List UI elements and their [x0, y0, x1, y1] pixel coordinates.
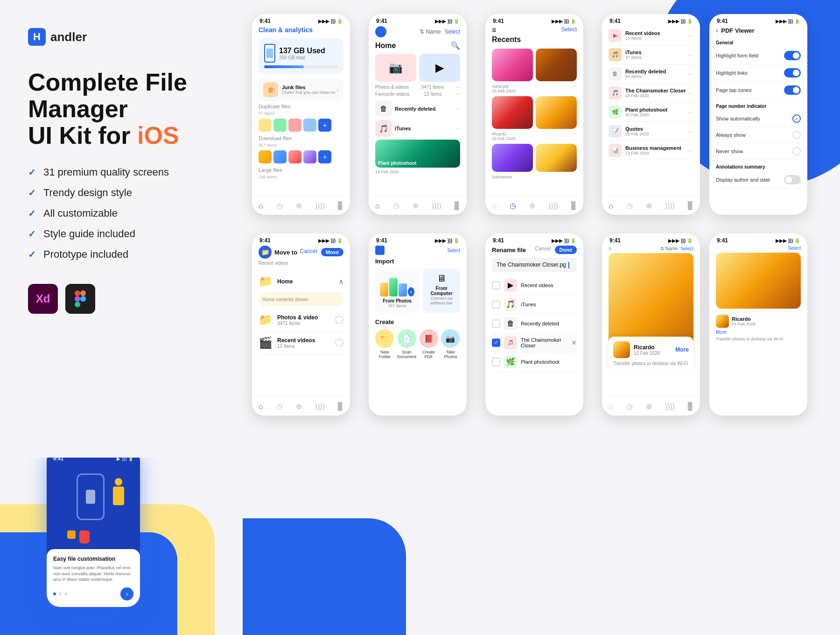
rename-item-3[interactable]: 🗑 Recently deleted: [492, 314, 577, 333]
rec-nav-plus[interactable]: ⊕: [529, 201, 535, 210]
show-auto-row[interactable]: Show automatically: [716, 111, 801, 127]
small-select[interactable]: Select: [788, 246, 801, 251]
recents-select[interactable]: Select: [561, 26, 577, 35]
import-select[interactable]: Select: [447, 248, 460, 253]
rec-nav-home[interactable]: ⌂: [492, 202, 497, 210]
deleted-dots[interactable]: ···: [455, 106, 460, 112]
never-show-row[interactable]: Never show: [716, 143, 801, 160]
nav-clock[interactable]: ◷: [276, 201, 283, 210]
create-pdf-card[interactable]: 📕 Create PDF: [419, 329, 438, 359]
pdf-back[interactable]: ‹: [716, 26, 718, 35]
list-plant[interactable]: 🌿 Plant photoshoot 25 Feb 2020 ···: [609, 103, 693, 122]
folder-recent-radio[interactable]: [335, 339, 343, 347]
bm-dots[interactable]: ···: [688, 147, 693, 154]
list-deleted[interactable]: 🗑 Recently deleted 53 Items ···: [609, 64, 693, 84]
folder-home[interactable]: 📁 Home ∧: [259, 270, 343, 293]
mv-nav-clock[interactable]: ◷: [276, 402, 283, 411]
dt-nav-clock[interactable]: ◷: [626, 402, 633, 411]
highlight-links-toggle[interactable]: [784, 68, 801, 78]
detail-more[interactable]: More: [675, 346, 689, 353]
plant-photo-cell[interactable]: Plant photoshoot: [375, 140, 460, 168]
dog-cell[interactable]: [536, 96, 577, 129]
dt-nav-plus[interactable]: ⊕: [646, 402, 652, 411]
cb-4[interactable]: ✓: [492, 339, 500, 347]
sb-nav-wifi[interactable]: )))): [665, 202, 675, 210]
cb-2[interactable]: [492, 300, 500, 309]
list-business[interactable]: 📊 Business management 13 Feb 2020 ···: [609, 141, 693, 160]
nav-wifi[interactable]: )))): [315, 202, 325, 210]
mv-nav-home[interactable]: ⌂: [259, 402, 263, 411]
home-nav-plus[interactable]: ⊕: [413, 201, 419, 210]
cb-3[interactable]: [492, 319, 500, 328]
always-show-row[interactable]: Always show: [716, 127, 801, 143]
it-dots[interactable]: ···: [688, 51, 693, 58]
show-auto-radio[interactable]: [792, 114, 801, 123]
rename-item-5[interactable]: 🌿 Plant photoshoot: [492, 353, 577, 372]
mv-nav-plus[interactable]: ⊕: [296, 402, 302, 411]
mv-nav-chart[interactable]: ▊: [338, 402, 343, 411]
photos-videos-cell[interactable]: 📷: [375, 54, 416, 82]
detail-sort[interactable]: ⇅ Name: [660, 246, 678, 251]
filter-icon[interactable]: ≡: [492, 26, 501, 35]
from-photos-card[interactable]: + From Photos 157 Items: [375, 268, 419, 313]
home-nav-home[interactable]: ⌂: [375, 202, 380, 210]
fav-videos-cell[interactable]: ▶: [419, 54, 460, 82]
folder-photos[interactable]: 📁 Photos & video 3471 Items: [259, 309, 343, 332]
qu-dots[interactable]: ···: [688, 127, 693, 135]
scan-doc-card[interactable]: 📄 Scan Document: [397, 329, 416, 359]
never-show-radio[interactable]: [792, 147, 801, 155]
file-row-junk[interactable]: 🗑 Junk files Clutter that you can clean …: [259, 78, 343, 101]
moveto-move-button[interactable]: Move: [321, 248, 343, 256]
photos-dots[interactable]: ···: [456, 85, 460, 90]
rec-nav-wifi[interactable]: )))): [548, 202, 558, 210]
mv-nav-wifi[interactable]: )))): [315, 402, 325, 411]
flowers-cell[interactable]: [492, 144, 533, 172]
rename-item-2[interactable]: 🎵 iTunes: [492, 295, 577, 314]
sb-nav-plus[interactable]: ⊕: [646, 201, 652, 210]
rec-nav-clock[interactable]: ◷: [510, 201, 516, 210]
dt-nav-wifi[interactable]: )))): [665, 402, 675, 411]
list-itunes[interactable]: 🎵 iTunes 47 Items ···: [609, 45, 693, 64]
dt-nav-home[interactable]: ⌂: [609, 402, 613, 411]
rename-cancel-btn[interactable]: Cancel: [535, 246, 551, 254]
nav-home[interactable]: ⌂: [259, 202, 263, 210]
home-nav-clock[interactable]: ◷: [393, 201, 399, 210]
nav-plus[interactable]: ⊕: [296, 201, 302, 210]
ri-close-4[interactable]: ✕: [571, 339, 577, 346]
home-nav-chart[interactable]: ▊: [455, 201, 460, 210]
dl-plus[interactable]: +: [318, 150, 331, 163]
cs-dots[interactable]: ···: [688, 89, 693, 97]
folder-photos-radio[interactable]: [335, 316, 343, 324]
pl-dots[interactable]: ···: [688, 108, 693, 116]
cb-5[interactable]: [492, 358, 500, 366]
display-author-toggle[interactable]: [784, 175, 801, 184]
rv-dots[interactable]: ···: [688, 32, 693, 39]
rename-item-1[interactable]: ▶ Recent videos: [492, 276, 577, 295]
from-computer-card[interactable]: 🖥 From Computer Connect via address bar: [423, 268, 460, 313]
itunes-row[interactable]: 🎵 iTunes ···: [375, 120, 460, 137]
take-photos-card[interactable]: 📷 Take Photos: [441, 329, 460, 359]
sb-nav-chart[interactable]: ▊: [688, 201, 693, 210]
cb-1[interactable]: [492, 281, 500, 289]
highlight-form-toggle[interactable]: [784, 51, 801, 60]
page-tap-toggle[interactable]: [784, 85, 801, 95]
detail-select[interactable]: Select: [680, 246, 693, 251]
always-show-radio[interactable]: [792, 131, 801, 139]
dt-nav-chart[interactable]: ▊: [688, 402, 693, 411]
rec-nav-chart[interactable]: ▊: [571, 201, 577, 210]
home-sort[interactable]: ⇅ Name: [420, 28, 441, 35]
itunes-dots[interactable]: ···: [455, 125, 460, 132]
home-select[interactable]: Select: [445, 28, 460, 35]
moveto-cancel[interactable]: Cancel: [300, 248, 317, 256]
r-dots[interactable]: ···: [573, 132, 577, 141]
new-folder-card[interactable]: 📁 New Folder: [375, 329, 394, 359]
flamingo-cell[interactable]: [492, 49, 533, 81]
sb-nav-clock[interactable]: ◷: [626, 201, 633, 210]
deleted-row[interactable]: 🗑 Recently deleted ···: [375, 100, 460, 117]
rename-input-field[interactable]: The Chainsmoker Closer.pg: [492, 258, 577, 272]
home-nav-wifi[interactable]: )))): [432, 202, 441, 210]
dup-plus[interactable]: +: [318, 119, 331, 132]
rename-item-4-checked[interactable]: ✓ 🎵 The Chainsmoker Closer ✕: [492, 333, 577, 353]
home-search[interactable]: 🔍: [451, 41, 460, 50]
woman-cell[interactable]: [492, 96, 533, 129]
